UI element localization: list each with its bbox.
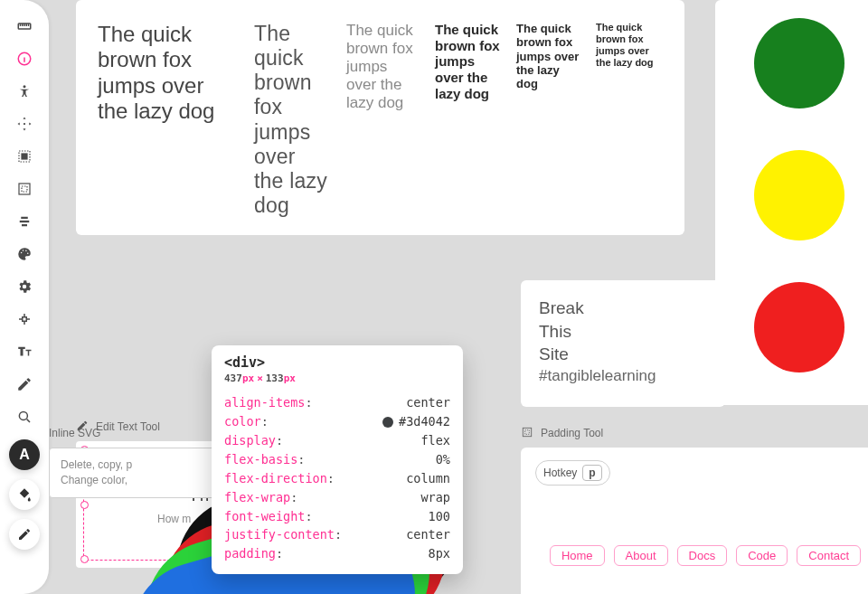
position-icon[interactable] [11,306,38,333]
padding-box-icon [521,426,533,441]
info-icon[interactable] [11,45,38,72]
type-sample-lg: The quick brown fox jumps over the lazy … [254,22,330,218]
pill-about[interactable]: About [614,545,668,566]
type-sample-bold: The quick brown fox jumps over the lazy … [435,22,500,101]
type-scale-panel[interactable]: The quick brown fox jumps over the lazy … [76,0,684,235]
color-circle-yellow[interactable] [754,150,844,240]
inspector-row: justify-content:center [224,525,450,544]
workspace: The quick brown fox jumps over the lazy … [49,0,868,594]
aside-line: Site [539,343,707,366]
text-fab[interactable]: A [9,439,40,470]
svg-point-3 [24,123,25,125]
aside-line: Break [539,297,707,320]
gear-icon[interactable] [11,273,38,300]
inspector-size: 437px×133px [224,372,450,384]
color-circles-panel[interactable] [715,0,868,405]
palette-icon[interactable] [11,240,38,268]
padding-tool-card[interactable]: Hotkey p Home About Docs Code Contact [521,448,868,594]
ruler-icon[interactable] [11,13,38,40]
fill-fab[interactable] [9,479,40,510]
search-icon[interactable] [11,403,38,430]
color-circle-green[interactable] [754,18,844,108]
text-fab-label: A [19,447,30,463]
pill-contact[interactable]: Contact [797,545,861,566]
svg-point-12 [23,250,24,251]
nav-pills: Home About Docs Code Contact [535,545,868,566]
color-circle-red[interactable] [754,282,844,372]
pencil-icon[interactable] [11,371,38,398]
svg-rect-17 [523,428,531,436]
svg-rect-9 [20,221,30,222]
inspector-row: flex-direction:column [224,469,450,488]
aside-hashtag: #tangiblelearning [539,366,707,387]
inspector-row: flex-basis:0% [224,450,450,469]
svg-rect-8 [21,217,28,219]
svg-rect-7 [22,186,27,192]
edit-fab[interactable] [9,519,40,550]
paint-bucket-icon [16,486,33,503]
inline-svg-title: Inline SVG [49,427,100,439]
css-inspector-popover: <div> 437px×133px align-items:centercolo… [212,345,463,574]
inspector-row: align-items:center [224,393,450,412]
align-icon[interactable] [11,208,38,235]
hotkey-key: p [582,465,601,481]
pill-home[interactable]: Home [550,545,605,566]
padding-icon[interactable] [11,175,38,203]
inspector-row: flex-wrap:wrap [224,488,450,507]
inspector-row: color:#3d4042 [224,412,450,431]
svg-point-13 [25,250,27,252]
svg-rect-10 [22,224,27,226]
svg-rect-6 [19,184,30,194]
svg-point-16 [19,411,27,420]
inspector-row: font-weight:100 [224,507,450,526]
inspector-props: align-items:centercolor:#3d4042display:f… [224,393,450,563]
type-sample-bold-sm: The quick brown fox jumps over the lazy … [516,22,580,91]
pencil-fab-icon [17,527,32,542]
type-sample-md: The quick brown fox jumps over the lazy … [346,22,419,112]
fab-stack: A [9,439,40,559]
accessibility-icon[interactable] [11,78,38,105]
svg-rect-15 [23,317,27,322]
svg-point-14 [27,253,29,255]
hotkey-pill: Hotkey p [535,460,610,486]
sidebar-toolbar: A [0,0,49,594]
margin-icon[interactable] [11,143,38,170]
padding-tool-title: Padding Tool [541,427,603,439]
type-sample-xl: The quick brown fox jumps over the lazy … [98,22,238,124]
hotkey-label: Hotkey [543,467,577,479]
inspector-row: padding:8px [224,544,450,563]
inspector-row: display:flex [224,431,450,450]
pill-docs[interactable]: Docs [677,545,728,566]
svg-rect-5 [22,154,27,159]
inspector-tag: <div> [224,354,450,371]
resize-handle[interactable] [80,555,89,563]
resize-handle[interactable] [80,501,89,509]
move-icon[interactable] [11,110,38,137]
aside-line: This [539,320,707,344]
pill-code[interactable]: Code [736,545,788,566]
type-sample-bold-xs: The quick brown fox jumps over the lazy … [596,22,666,69]
svg-rect-18 [525,429,530,434]
text-size-icon[interactable] [11,338,38,365]
svg-point-2 [24,85,26,88]
break-this-site-card[interactable]: Break This Site #tangiblelearning [521,280,725,407]
svg-point-11 [21,252,23,254]
